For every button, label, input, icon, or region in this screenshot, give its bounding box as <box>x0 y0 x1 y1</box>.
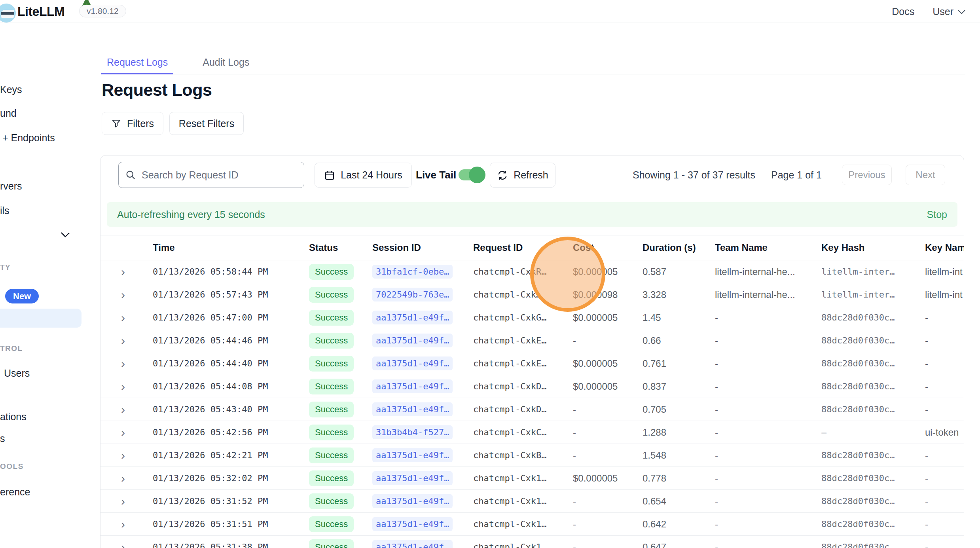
sidebar-collapse-chevron-icon[interactable] <box>61 229 70 238</box>
row-expand-chevron-icon[interactable]: › <box>100 289 153 301</box>
cell-time: 01/13/2026 05:57:43 PM <box>153 290 309 300</box>
sidebar-item-api-reference[interactable]: erence <box>0 485 30 498</box>
sidebar-item-keys[interactable]: Keys <box>0 83 22 96</box>
session-id-link[interactable]: aa1375d1-e49f… <box>372 494 453 508</box>
cell-key-name: - <box>925 450 964 461</box>
status-badge: Success <box>309 493 354 509</box>
cell-key-name: - <box>925 404 964 415</box>
reset-filters-button[interactable]: Reset Filters <box>169 112 244 135</box>
chevron-down-icon <box>958 7 965 14</box>
cell-duration: 0.837 <box>643 381 715 392</box>
status-badge: Success <box>309 356 354 372</box>
sidebar-item-playground[interactable]: und <box>0 107 17 119</box>
session-id-link[interactable]: 31b3b4b4-f527… <box>372 425 453 439</box>
sidebar-item-logs-selected[interactable] <box>0 309 82 328</box>
row-expand-chevron-icon[interactable]: › <box>100 266 153 278</box>
session-id-link[interactable]: aa1375d1-e49f… <box>372 334 453 347</box>
tab-audit-logs[interactable]: Audit Logs <box>202 52 250 74</box>
live-tail-toggle[interactable] <box>459 169 484 180</box>
cell-cost: - <box>573 450 643 461</box>
session-id-link[interactable]: aa1375d1-e49f… <box>372 402 453 416</box>
cell-cost: $0.000005 <box>573 312 643 323</box>
row-expand-chevron-icon[interactable]: › <box>100 518 153 530</box>
refresh-button[interactable]: Refresh <box>490 163 555 188</box>
sidebar-item-models-endpoints[interactable]: + Endpoints <box>2 131 55 144</box>
filters-button[interactable]: Filters <box>102 112 163 135</box>
cell-duration: 0.705 <box>643 404 715 415</box>
header-time: Time <box>153 242 309 253</box>
search-input[interactable] <box>142 169 298 181</box>
cell-session-id: aa1375d1-e49f… <box>372 402 473 416</box>
cell-request-id: chatcmpl-Cxk1… <box>473 473 573 483</box>
session-id-link[interactable]: 7022549b-763e… <box>372 288 453 301</box>
auto-refresh-text: Auto-refreshing every 15 seconds <box>117 209 265 220</box>
page-indicator: Page 1 of 1 <box>771 169 822 181</box>
cell-duration: 0.642 <box>643 519 715 530</box>
tab-request-logs[interactable]: Request Logs <box>101 52 173 74</box>
cell-key-name: - <box>925 473 964 484</box>
sidebar-item-guardrails[interactable]: ils <box>0 204 9 217</box>
session-id-link[interactable]: aa1375d1-e49f… <box>372 379 453 393</box>
session-id-link[interactable]: aa1375d1-e49f… <box>372 540 453 548</box>
header-cost: Cost <box>573 242 643 253</box>
cell-duration: 1.288 <box>643 427 715 438</box>
cell-key-name: ui-token <box>925 427 964 438</box>
table-row: ›01/13/2026 05:44:40 PMSuccessaa1375d1-e… <box>100 352 964 375</box>
cell-duration: 0.654 <box>643 496 715 507</box>
table-header-row: Time Status Session ID Request ID Cost D… <box>100 235 964 260</box>
session-id-link[interactable]: aa1375d1-e49f… <box>372 471 453 485</box>
row-expand-chevron-icon[interactable]: › <box>100 495 153 507</box>
session-id-link[interactable]: aa1375d1-e49f… <box>372 448 453 462</box>
sidebar-item-organizations[interactable]: ations <box>0 410 27 423</box>
cell-team-name: - <box>715 519 821 530</box>
row-expand-chevron-icon[interactable]: › <box>100 358 153 370</box>
cell-duration: 0.647 <box>643 542 715 548</box>
session-id-link[interactable]: aa1375d1-e49f… <box>372 356 453 370</box>
cell-time: 01/13/2026 05:31:52 PM <box>153 496 309 506</box>
cell-time: 01/13/2026 05:31:38 PM <box>153 542 309 548</box>
cell-request-id: chatcmpl-CxkE… <box>473 358 573 368</box>
header-session-id: Session ID <box>372 242 473 253</box>
search-box[interactable] <box>118 162 304 188</box>
row-expand-chevron-icon[interactable]: › <box>100 427 153 438</box>
row-expand-chevron-icon[interactable]: › <box>100 541 153 548</box>
next-page-button[interactable]: Next <box>906 165 945 185</box>
cell-request-id: chatcmpl-Cxk1… <box>473 519 573 529</box>
cell-cost: - <box>573 335 643 346</box>
sidebar-item-users[interactable]: Users <box>4 367 30 379</box>
time-range-button[interactable]: Last 24 Hours <box>315 163 412 188</box>
cell-key-name: litellm-int <box>925 289 964 300</box>
session-id-link[interactable]: 31bfa1cf-0ebe… <box>372 265 453 279</box>
status-badge: Success <box>309 402 354 417</box>
table-row: ›01/13/2026 05:32:02 PMSuccessaa1375d1-e… <box>100 467 964 490</box>
user-menu[interactable]: User <box>933 6 964 17</box>
cell-team-name: - <box>715 427 821 438</box>
cell-request-id: chatcmpl-CxkD… <box>473 404 573 414</box>
row-expand-chevron-icon[interactable]: › <box>100 312 153 324</box>
sidebar-item-teams[interactable]: s <box>0 432 5 445</box>
cell-status: Success <box>309 333 372 349</box>
cell-duration: 1.548 <box>643 450 715 461</box>
cell-key-hash: 88dc28d0f030c… <box>821 496 925 506</box>
row-expand-chevron-icon[interactable]: › <box>100 381 153 393</box>
cell-time: 01/13/2026 05:44:08 PM <box>153 381 309 391</box>
previous-page-button[interactable]: Previous <box>842 165 892 185</box>
cell-session-id: aa1375d1-e49f… <box>372 540 473 548</box>
row-expand-chevron-icon[interactable]: › <box>100 472 153 484</box>
user-menu-label[interactable]: User <box>933 6 953 17</box>
row-expand-chevron-icon[interactable]: › <box>100 449 153 461</box>
row-expand-chevron-icon[interactable]: › <box>100 404 153 415</box>
cell-status: Success <box>309 493 372 509</box>
status-badge: Success <box>309 310 354 326</box>
sidebar-item-servers[interactable]: rvers <box>0 180 22 192</box>
cell-key-hash: 88dc28d0f030c… <box>821 473 925 483</box>
cell-key-name: - <box>925 542 964 548</box>
cell-key-name: - <box>925 358 964 369</box>
stop-auto-refresh-link[interactable]: Stop <box>927 209 947 220</box>
session-id-link[interactable]: aa1375d1-e49f… <box>372 311 453 324</box>
cell-session-id: 7022549b-763e… <box>372 288 473 301</box>
header-duration: Duration (s) <box>643 242 715 253</box>
row-expand-chevron-icon[interactable]: › <box>100 335 153 347</box>
session-id-link[interactable]: aa1375d1-e49f… <box>372 517 453 531</box>
docs-link[interactable]: Docs <box>892 6 914 17</box>
